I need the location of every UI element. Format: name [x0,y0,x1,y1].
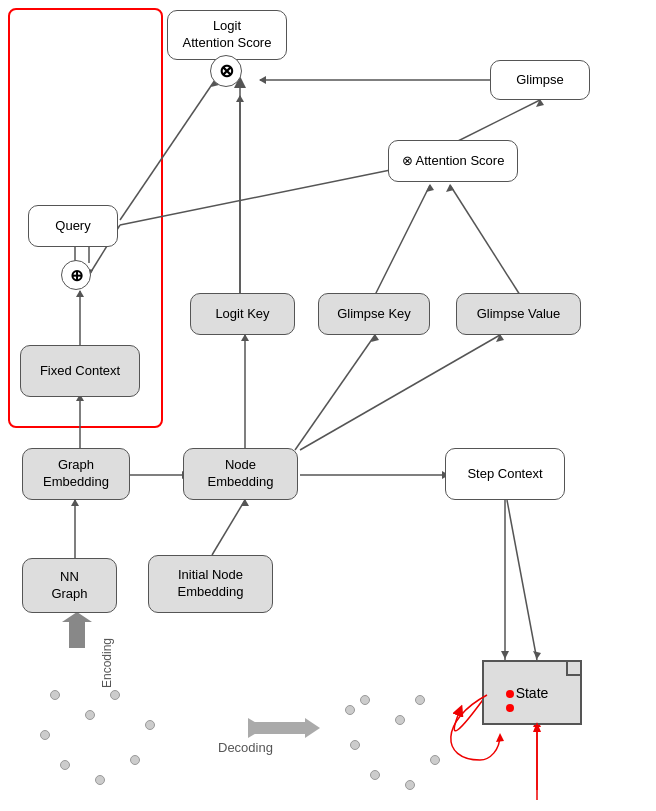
node-dot [85,710,95,720]
state-label: State [516,685,549,701]
graph-embedding-label: GraphEmbedding [43,457,109,491]
fixed-context-label: Fixed Context [40,363,120,380]
node-dot [145,720,155,730]
glimpse-value-label: Glimpse Value [477,306,561,323]
glimpse-value-box: Glimpse Value [456,293,581,335]
node-dot [360,695,370,705]
node-dot [130,755,140,765]
attention-score-label: ⊗ Attention Score [402,153,505,170]
node-dot [345,705,355,715]
encoding-label: Encoding [100,638,114,688]
svg-marker-37 [446,184,454,192]
node-dot [370,770,380,780]
svg-marker-33 [533,651,541,659]
svg-line-38 [375,185,430,295]
multiply-op-1: ⊗ [210,55,242,87]
node-dot [350,740,360,750]
node-dot [40,730,50,740]
svg-marker-50 [305,718,320,738]
svg-marker-6 [236,95,244,102]
svg-marker-44 [259,76,266,84]
node-embedding-box: NodeEmbedding [183,448,298,500]
node-dot [110,690,120,700]
glimpse-box: Glimpse [490,60,590,100]
svg-rect-51 [248,722,305,734]
step-context-box: Step Context [445,448,565,500]
svg-marker-21 [496,334,504,342]
logit-key-box: Logit Key [190,293,295,335]
query-box: Query [28,205,118,247]
svg-line-28 [212,500,245,555]
svg-line-20 [300,335,500,450]
svg-marker-13 [76,290,84,297]
attention-score-box: ⊗ Attention Score [388,140,518,182]
node-dot [405,780,415,790]
svg-marker-60 [501,651,509,659]
nn-graph-label: NNGraph [51,569,87,603]
svg-line-40 [120,80,215,220]
svg-marker-35 [536,99,544,107]
svg-marker-53 [62,612,92,622]
svg-marker-17 [241,334,249,341]
decoding-label: Decoding [218,740,273,755]
node-dot [50,690,60,700]
query-label: Query [55,218,90,235]
svg-marker-27 [71,499,79,506]
svg-line-45 [120,165,415,225]
logit-attention-score-box: LogitAttention Score [167,10,287,60]
logit-key-label: Logit Key [215,306,269,323]
svg-line-36 [450,185,520,295]
svg-marker-49 [248,718,265,738]
node-dot [95,775,105,785]
node-dot [430,755,440,765]
glimpse-key-label: Glimpse Key [337,306,411,323]
step-context-label: Step Context [467,466,542,483]
logit-attention-label: LogitAttention Score [183,18,272,52]
glimpse-label: Glimpse [516,72,564,89]
add-op-1: ⊕ [61,260,91,290]
fixed-context-box: Fixed Context [20,345,140,397]
graph-embedding-box: GraphEmbedding [22,448,130,500]
node-embedding-label: NodeEmbedding [208,457,274,491]
node-dot [415,695,425,705]
svg-marker-19 [371,334,379,342]
svg-marker-56 [496,733,504,742]
svg-rect-52 [69,620,85,648]
node-dot [60,760,70,770]
initial-node-embedding-box: Initial NodeEmbedding [148,555,273,613]
svg-line-32 [507,500,537,660]
svg-line-34 [450,100,540,145]
nn-graph-box: NNGraph [22,558,117,613]
svg-marker-29 [241,499,249,506]
diagram: LogitAttention Score Glimpse ⊗ ⊗ Attenti… [0,0,656,811]
svg-line-18 [295,335,375,450]
initial-node-embedding-label: Initial NodeEmbedding [178,567,244,601]
state-box: State [482,660,582,725]
node-dot [395,715,405,725]
svg-marker-39 [426,184,434,192]
glimpse-key-box: Glimpse Key [318,293,430,335]
